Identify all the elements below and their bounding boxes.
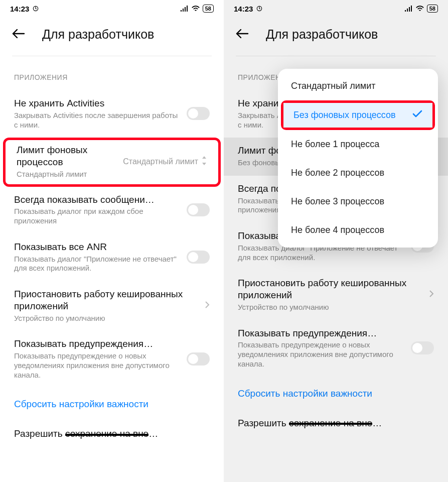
item-title: Разрешить сохранение на вне… [14,428,210,440]
popup-option-label: Без фоновых процессов [293,110,396,120]
item-allow-external[interactable]: Разрешить сохранение на вне… [224,410,448,431]
item-sub: Стандартный лимит [17,170,118,179]
item-sub: Показывать предупреждение о новых уведом… [238,340,405,369]
item-title: Показывать предупреждения… [14,338,181,350]
toggle-warnings[interactable] [187,352,210,366]
item-title: Разрешить сохранение на вне… [238,417,434,429]
item-reset-importance[interactable]: Сбросить настройки важности [0,388,224,421]
popup-option-max1[interactable]: Не более 1 процесса [278,130,438,159]
chevron-right-icon [205,301,210,311]
status-bar: 14:23 58 [0,0,224,17]
svg-rect-3 [185,7,186,12]
item-title: Приостановить работу кешированных прилож… [14,288,199,312]
status-misc-icon [32,5,39,12]
item-title: Всегда показывать сообщени… [14,194,181,206]
popup-option-max4[interactable]: Не более 4 процессов [278,216,438,245]
signal-icon [181,6,189,12]
battery-icon: 58 [427,5,438,13]
item-warnings[interactable]: Показывать предупреждения… Показывать пр… [0,331,224,388]
chevron-right-icon [429,290,434,300]
item-title: Лимит фоновых процессов [17,144,118,168]
item-sub: Показывать предупреждение о новых уведом… [14,351,181,380]
page-title: Для разработчиков [266,27,378,42]
wifi-icon [191,6,200,12]
bg-limit-popup: Стандартный лимит Без фоновых процессов … [278,69,438,248]
item-title: Не хранить Activities [14,97,181,109]
status-misc-icon [256,5,263,12]
phone-right: 14:23 58 Для разработчиков ПРИЛОЖЕНИЯ Не… [224,0,448,482]
item-sub: Устройство по умолчанию [14,314,199,323]
check-icon [412,110,422,120]
item-sub: Показывать диалог при каждом сбое прилож… [14,207,181,226]
app-header: Для разработчиков [0,17,224,51]
status-time: 14:23 [234,5,253,13]
highlight-bg-limit: Лимит фоновых процессов Стандартный лими… [3,138,221,186]
highlight-selected-option: Без фоновых процессов [281,100,435,130]
wifi-icon [415,6,424,12]
item-value: Стандартный лимит [123,157,198,166]
battery-icon: 58 [203,5,214,13]
item-title: Показывать все ANR [14,241,181,253]
svg-rect-7 [407,9,408,12]
status-time: 14:23 [10,5,29,13]
item-crash-dialog[interactable]: Всегда показывать сообщени… Показывать д… [0,187,224,234]
toggle-anr[interactable] [187,251,210,264]
item-suspend-cached[interactable]: Приостановить работу кешированных прилож… [224,270,448,320]
page-title: Для разработчиков [42,27,154,42]
popup-option-no-bg[interactable]: Без фоновых процессов [283,103,432,128]
status-bar: 14:23 58 [224,0,448,17]
svg-rect-8 [409,7,410,12]
app-header: Для разработчиков [224,17,448,51]
back-icon[interactable] [12,29,25,41]
popup-option-max3[interactable]: Не более 3 процессов [278,187,438,216]
phone-left: 14:23 58 Для разработчиков ПРИЛОЖЕНИЯ Не… [0,0,224,482]
item-sub: Показывать диалог "Приложение не отвечае… [14,255,181,274]
toggle-warnings[interactable] [411,341,434,354]
item-reset-importance[interactable]: Сбросить настройки важности [224,377,448,410]
item-title: Показывать предупреждения… [238,327,405,339]
item-sub: Устройство по умолчанию [238,303,423,312]
svg-rect-9 [411,6,412,12]
toggle-crash[interactable] [187,203,210,216]
svg-rect-1 [181,10,182,12]
item-suspend-cached[interactable]: Приостановить работу кешированных прилож… [0,281,224,331]
signal-icon [405,6,413,12]
item-sub: Закрывать Activities после завершения ра… [14,111,181,130]
item-title: Приостановить работу кешированных прилож… [238,277,423,301]
popup-option-standard[interactable]: Стандартный лимит [278,72,438,100]
section-label: ПРИЛОЖЕНИЯ [0,56,224,90]
popup-option-max2[interactable]: Не более 2 процессов [278,159,438,187]
item-warnings[interactable]: Показывать предупреждения… Показывать пр… [224,320,448,377]
item-anr[interactable]: Показывать все ANR Показывать диалог "Пр… [0,234,224,281]
svg-rect-4 [187,6,188,12]
svg-rect-6 [405,10,406,12]
item-activities[interactable]: Не хранить Activities Закрывать Activiti… [0,90,224,138]
back-icon[interactable] [236,29,249,41]
svg-rect-2 [183,9,184,12]
updown-icon [201,156,207,167]
toggle-activities[interactable] [187,107,210,120]
item-allow-external[interactable]: Разрешить сохранение на вне… [0,421,224,441]
